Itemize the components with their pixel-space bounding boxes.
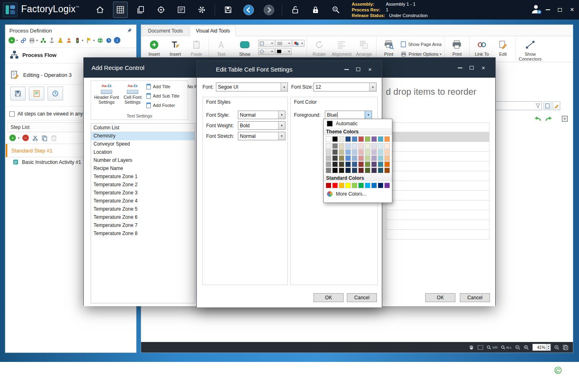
color-swatch[interactable] <box>332 155 338 161</box>
minimize-button[interactable] <box>545 7 551 13</box>
column-list-item[interactable]: Number of Layers <box>91 157 195 165</box>
color-swatch[interactable] <box>365 143 370 149</box>
line-style-combo[interactable]: ▾ <box>275 40 292 47</box>
add-step-caret[interactable]: ▾ <box>18 136 20 140</box>
link-icon[interactable] <box>20 37 26 44</box>
dialog-close-button[interactable]: × <box>481 65 486 71</box>
add-step-icon[interactable]: + <box>9 135 16 141</box>
column-list-item[interactable]: Recipe Name <box>91 165 195 173</box>
view-steps-checkbox[interactable] <box>9 111 15 117</box>
color-swatch[interactable] <box>339 155 344 161</box>
color-swatch[interactable] <box>384 161 390 167</box>
remove-step-icon[interactable]: − <box>22 135 29 141</box>
color-swatch[interactable] <box>358 149 364 155</box>
reports-icon[interactable] <box>174 2 189 18</box>
color-swatch[interactable] <box>378 183 383 188</box>
column-list-item[interactable]: Location <box>91 148 195 157</box>
color-swatch[interactable] <box>365 168 370 173</box>
reorder-row[interactable] <box>386 132 490 142</box>
color-swatch[interactable] <box>384 155 390 161</box>
color-swatch[interactable] <box>326 143 331 149</box>
color-swatch[interactable] <box>326 161 331 167</box>
tab-document-tools[interactable]: Document Tools <box>142 26 189 36</box>
home-icon[interactable] <box>93 2 107 18</box>
save-icon[interactable] <box>221 2 235 18</box>
flag-dropdown-caret[interactable]: ▾ <box>93 39 95 42</box>
documents-icon[interactable] <box>133 2 148 18</box>
color-swatch[interactable] <box>378 161 383 167</box>
close-button[interactable]: × <box>569 7 575 13</box>
add-icon[interactable]: + <box>9 37 15 44</box>
refresh-circle-icon[interactable] <box>554 366 562 374</box>
color-swatch[interactable] <box>358 168 364 173</box>
column-list-item[interactable]: Temperature Zone 4 <box>91 197 195 205</box>
font-size-combo[interactable]: 12▾ <box>313 83 377 91</box>
dialog-minimize-button[interactable] <box>457 65 463 71</box>
color-swatch[interactable] <box>352 143 357 149</box>
color-swatch[interactable] <box>378 136 383 142</box>
column-list-item[interactable]: Temperature Zone 3 <box>91 189 195 197</box>
color-swatch[interactable] <box>345 161 351 167</box>
color-swatch[interactable] <box>371 161 377 167</box>
dialog-maximize-button[interactable] <box>355 67 361 72</box>
paste-icon[interactable] <box>50 135 57 141</box>
zoom-all-button[interactable]: ALL <box>501 345 512 350</box>
template-button[interactable] <box>29 87 44 100</box>
zoom-out-button[interactable] <box>515 345 520 350</box>
info-icon[interactable]: i <box>114 37 120 44</box>
column-list-item[interactable]: Chemistry <box>91 132 195 140</box>
color-swatch[interactable] <box>365 183 370 188</box>
color-swatch[interactable] <box>371 183 377 188</box>
color-swatch[interactable] <box>371 155 377 161</box>
automatic-color-option[interactable]: Automatic <box>324 119 392 128</box>
tree-icon[interactable] <box>40 37 46 44</box>
history-button[interactable] <box>48 87 63 100</box>
forward-button[interactable] <box>261 2 276 18</box>
color-swatch[interactable] <box>371 168 377 173</box>
user-icon[interactable] <box>530 3 542 15</box>
zoom-stepper[interactable]: ▲▼ <box>546 344 551 351</box>
dialog-close-button[interactable]: × <box>367 67 373 72</box>
color-swatch[interactable] <box>326 183 331 188</box>
reorder-row[interactable] <box>386 161 490 171</box>
user-step-icon[interactable] <box>65 37 72 44</box>
more-colors-option[interactable]: More Colors... <box>324 189 392 198</box>
back-button[interactable] <box>241 2 256 18</box>
line-color-combo[interactable]: ▾ <box>275 48 292 55</box>
color-swatch[interactable] <box>326 155 331 161</box>
edit-tool-button[interactable] <box>553 101 560 110</box>
color-swatch[interactable] <box>352 168 357 173</box>
color-swatch[interactable] <box>378 143 383 149</box>
color-swatch[interactable] <box>384 136 390 142</box>
redo-button[interactable] <box>544 115 553 122</box>
globe-icon[interactable] <box>97 37 103 44</box>
ok-button[interactable]: OK <box>425 293 455 302</box>
font-family-combo[interactable]: Segoe UI▾ <box>216 83 288 91</box>
color-swatch[interactable] <box>384 143 390 149</box>
show-connectors-button[interactable]: Show Connectors <box>518 38 543 61</box>
color-swatch[interactable] <box>345 183 351 188</box>
color-swatch[interactable] <box>332 161 338 167</box>
add-title-button[interactable]: Add Title <box>146 83 179 91</box>
font-style-combo[interactable]: Normal▾ <box>238 111 285 119</box>
theme-combo[interactable]: ▾ <box>292 40 305 47</box>
color-swatch[interactable] <box>345 143 351 149</box>
reorder-row[interactable] <box>386 142 490 152</box>
reorder-row[interactable] <box>386 152 490 161</box>
cut-icon[interactable] <box>32 135 38 141</box>
color-swatch[interactable] <box>384 183 390 188</box>
color-swatch[interactable] <box>326 136 331 142</box>
color-swatch[interactable] <box>352 155 357 161</box>
foreground-color-combo[interactable]: Blue ▾ <box>325 111 372 119</box>
edit-button[interactable]: Edit <box>493 38 513 61</box>
column-list-item[interactable]: Conveyor Speed <box>91 140 195 148</box>
undo-button[interactable] <box>533 115 542 122</box>
color-swatch[interactable] <box>365 136 370 142</box>
color-swatch[interactable] <box>339 143 344 149</box>
reorder-row[interactable] <box>386 220 490 230</box>
color-swatch[interactable] <box>371 136 377 142</box>
show-page-area-option[interactable]: Show Page Area <box>400 40 442 48</box>
flag-icon[interactable] <box>85 37 92 44</box>
unlock-icon[interactable] <box>288 2 303 18</box>
process-definition-icon[interactable] <box>113 2 128 18</box>
